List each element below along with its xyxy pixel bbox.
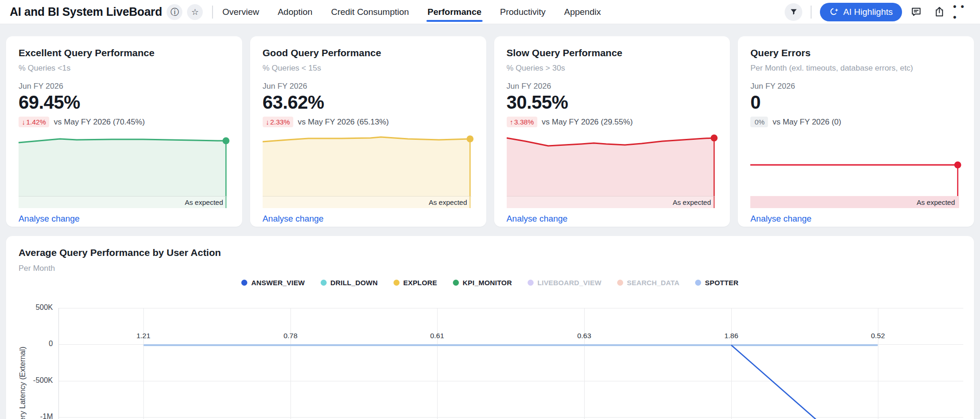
y-axis-title: Query Latency (External) <box>18 348 27 419</box>
kpi-comparison: vs May FY 2026 (65.13%) <box>298 118 389 127</box>
kpi-card-slow-query-performance: Slow Query Performance % Queries > 30s J… <box>494 36 730 227</box>
kpi-subtitle: % Queries <1s <box>19 64 230 73</box>
kpi-period: Jun FY 2026 <box>19 82 230 91</box>
panel-title: Average Query Performance by User Action <box>19 247 961 258</box>
kpi-sparkline-chart[interactable]: As expected <box>507 135 718 208</box>
kpi-sparkline-chart[interactable]: As expected <box>750 135 961 208</box>
kpi-title: Slow Query Performance <box>507 47 718 59</box>
speech-bubble-icon <box>910 6 922 18</box>
analyse-change-link[interactable]: Analyse change <box>19 214 80 224</box>
legend-label: ANSWER_VIEW <box>251 279 305 287</box>
info-icon[interactable]: ⓘ <box>167 4 182 20</box>
divider <box>212 6 213 19</box>
delta-arrow-icon: ↓ <box>266 118 270 126</box>
kpi-subtitle: % Queries < 15s <box>263 64 474 73</box>
kpi-sparkline-chart[interactable]: As expected <box>263 135 474 208</box>
point-label: 1.86 <box>713 332 750 340</box>
kpi-card-query-errors: Query Errors Per Month (exl. timeouts, d… <box>738 36 974 227</box>
kpi-delta-badge: 0% <box>750 117 768 127</box>
legend-item-liveboard_view[interactable]: LIVEBOARD_VIEW <box>528 279 601 287</box>
tab-credit-consumption[interactable]: Credit Consumption <box>331 0 409 24</box>
legend-label: KPI_MONITOR <box>463 279 512 287</box>
legend-item-explore[interactable]: EXPLORE <box>393 279 437 287</box>
filter-icon[interactable] <box>785 3 802 21</box>
tab-adoption[interactable]: Adoption <box>277 0 312 24</box>
tab-performance[interactable]: Performance <box>427 0 481 24</box>
kpi-subtitle: Per Month (exl. timeouts, database error… <box>750 64 961 73</box>
kpi-subtitle: % Queries > 30s <box>507 64 718 73</box>
expected-label: As expected <box>673 198 711 206</box>
kpi-value: 0 <box>750 92 961 113</box>
kpi-card-excellent-query-performance: Excellent Query Performance % Queries <1… <box>6 36 242 227</box>
ai-highlights-button[interactable]: AI Highlights <box>820 3 902 21</box>
tab-overview[interactable]: Overview <box>222 0 259 24</box>
kpi-value: 63.62% <box>263 92 474 113</box>
series-line-flat[interactable] <box>143 344 878 346</box>
legend-label: EXPLORE <box>403 279 437 287</box>
kpi-delta-badge: ↓1.42% <box>19 117 49 127</box>
legend-item-drill_down[interactable]: DRILL_DOWN <box>321 279 378 287</box>
legend-item-search_data[interactable]: SEARCH_DATA <box>617 279 679 287</box>
gridline-col-1 <box>143 308 144 419</box>
chart-legend: ANSWER_VIEWDRILL_DOWNEXPLOREKPI_MONITORL… <box>6 279 974 287</box>
tab-appendix[interactable]: Appendix <box>564 0 601 24</box>
divider <box>811 6 812 19</box>
expected-label: As expected <box>429 198 467 206</box>
legend-dot <box>528 280 534 286</box>
tab-productivity[interactable]: Productivity <box>500 0 546 24</box>
y-tick: -500K <box>11 376 53 385</box>
kpi-delta-row: 0% vs May FY 2026 (0) <box>750 117 961 127</box>
kpi-comparison: vs May FY 2026 (0) <box>773 118 841 127</box>
kpi-value: 69.45% <box>19 92 230 113</box>
kpi-period: Jun FY 2026 <box>507 82 718 91</box>
more-options-icon[interactable]: • • • <box>953 3 972 21</box>
delta-value: 3.38% <box>514 118 534 126</box>
share-icon[interactable] <box>930 3 948 21</box>
point-label: 0.78 <box>272 332 309 340</box>
gridline-col-6 <box>878 308 878 419</box>
point-label: 0.61 <box>419 332 456 340</box>
share-arrow-icon <box>934 6 945 18</box>
analyse-change-link[interactable]: Analyse change <box>263 214 324 224</box>
legend-item-kpi_monitor[interactable]: KPI_MONITOR <box>453 279 512 287</box>
legend-item-answer_view[interactable]: ANSWER_VIEW <box>241 279 305 287</box>
kpi-delta-row: ↓2.33% vs May FY 2026 (65.13%) <box>263 117 474 127</box>
legend-label: DRILL_DOWN <box>330 279 378 287</box>
delta-arrow-icon: ↓ <box>22 118 26 126</box>
kpi-value: 30.55% <box>507 92 718 113</box>
kpi-card-row: Excellent Query Performance % Queries <1… <box>6 36 974 227</box>
y-axis-line <box>58 308 59 419</box>
delta-value: 1.42% <box>26 118 46 126</box>
top-bar: AI and BI System LiveBoard ⓘ ☆ OverviewA… <box>0 0 980 24</box>
comments-icon[interactable] <box>907 3 925 21</box>
kpi-title: Good Query Performance <box>263 47 474 59</box>
delta-arrow-icon: ↑ <box>510 118 514 126</box>
gridline-500k <box>58 308 963 308</box>
analyse-change-link[interactable]: Analyse change <box>750 214 812 224</box>
point-label: 1.21 <box>125 332 162 340</box>
analyse-change-link[interactable]: Analyse change <box>507 214 568 224</box>
expected-label: As expected <box>916 198 955 206</box>
kpi-period: Jun FY 2026 <box>750 82 961 91</box>
kpi-delta-row: ↓1.42% vs May FY 2026 (70.45%) <box>19 117 230 127</box>
delta-value: 0% <box>754 118 765 126</box>
kpi-sparkline-chart[interactable]: As expected <box>19 135 230 208</box>
y-tick: 0 <box>11 340 53 348</box>
kpi-period: Jun FY 2026 <box>263 82 474 91</box>
favorite-star-icon[interactable]: ☆ <box>187 4 203 20</box>
legend-label: SPOTTER <box>705 279 738 287</box>
legend-dot <box>321 280 327 286</box>
point-label: 0.52 <box>859 332 896 340</box>
average-query-performance-panel: Average Query Performance by User Action… <box>6 236 974 419</box>
legend-item-spotter[interactable]: SPOTTER <box>695 279 738 287</box>
gridline-minus500k <box>58 381 963 381</box>
gridline-minus1m <box>58 417 963 418</box>
gridline-col-5 <box>731 308 732 419</box>
tab-bar: OverviewAdoptionCredit ConsumptionPerfor… <box>222 0 601 24</box>
point-label: 0.63 <box>566 332 603 340</box>
kpi-title: Excellent Query Performance <box>19 47 230 59</box>
legend-dot <box>617 280 623 286</box>
legend-label: SEARCH_DATA <box>627 279 679 287</box>
funnel-icon <box>790 8 798 16</box>
gridline-col-4 <box>584 308 585 419</box>
